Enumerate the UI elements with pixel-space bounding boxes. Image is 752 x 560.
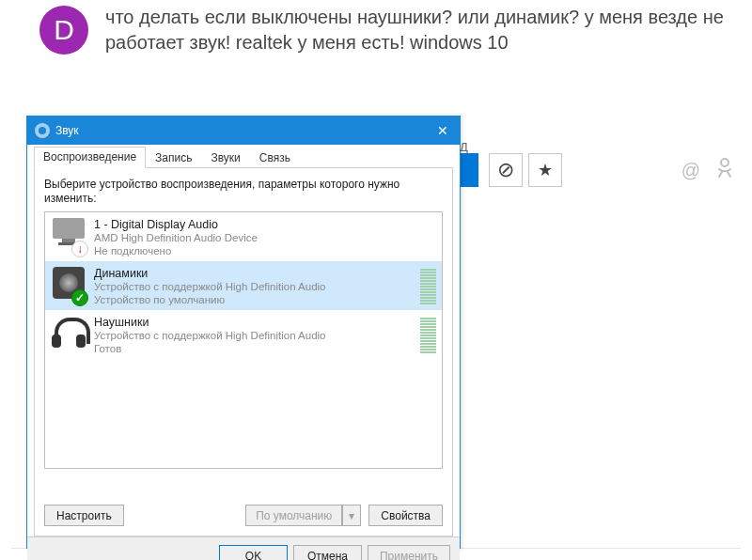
set-default-dropdown[interactable]: По умолчанию ▾ [245, 505, 361, 526]
star-button[interactable]: ★ [528, 153, 562, 187]
tab-communications[interactable]: Связь [250, 148, 300, 168]
sound-dialog: Звук ✕ Воспроизведение Запись Звуки Связ… [26, 116, 461, 549]
apply-button[interactable]: Применить [368, 545, 450, 560]
svg-point-0 [721, 159, 728, 166]
configure-button[interactable]: Настроить [44, 505, 124, 526]
playback-panel: Выберите устройство воспроизведения, пар… [34, 168, 453, 537]
device-item[interactable]: ↓ 1 - Digital Display Audio AMD High Def… [45, 212, 442, 261]
device-item[interactable]: Наушники Устройство с поддержкой High De… [45, 310, 442, 359]
monitor-icon: ↓ [51, 216, 86, 256]
ban-button[interactable]: ⊘ [489, 153, 523, 187]
tab-playback[interactable]: Воспроизведение [34, 147, 146, 168]
instruction-text: Выберите устройство воспроизведения, пар… [44, 178, 443, 206]
tab-sounds[interactable]: Звуки [201, 148, 249, 168]
tab-strip: Воспроизведение Запись Звуки Связь [34, 147, 453, 168]
device-item[interactable]: ✓ Динамики Устройство с поддержкой High … [45, 261, 442, 310]
properties-button[interactable]: Свойства [368, 505, 443, 526]
titlebar[interactable]: Звук ✕ [27, 117, 460, 145]
avatar[interactable]: D [39, 6, 88, 54]
device-list[interactable]: ↓ 1 - Digital Display Audio AMD High Def… [44, 211, 443, 469]
level-meter [420, 267, 436, 304]
device-name: Динамики [94, 267, 420, 280]
tab-recording[interactable]: Запись [146, 148, 201, 168]
device-status: Готов [94, 342, 420, 355]
device-status: Не подключено [94, 244, 436, 257]
dialog-footer: OK Отмена Применить [27, 537, 460, 560]
device-name: 1 - Digital Display Audio [94, 218, 436, 231]
device-driver: AMD High Definition Audio Device [94, 231, 436, 244]
close-button[interactable]: ✕ [426, 117, 460, 145]
device-driver: Устройство с поддержкой High Definition … [94, 329, 420, 342]
check-icon: ✓ [71, 289, 88, 306]
dialog-title: Звук [55, 124, 426, 137]
headphones-icon [51, 314, 86, 353]
partial-blue-button[interactable] [458, 153, 478, 187]
partial-text: Д [460, 140, 468, 154]
device-status: Устройство по умолчанию [94, 293, 420, 306]
level-meter [420, 316, 436, 353]
mention-icon[interactable]: @ [682, 160, 700, 181]
device-driver: Устройство с поддержкой High Definition … [94, 280, 420, 293]
set-default-button[interactable]: По умолчанию [245, 505, 342, 526]
speaker-icon: ✓ [51, 265, 86, 304]
chevron-down-icon[interactable]: ▾ [342, 505, 361, 526]
cancel-button[interactable]: Отмена [293, 545, 362, 560]
ok-social-icon[interactable] [716, 158, 733, 184]
sound-icon [35, 123, 50, 138]
device-name: Наушники [94, 316, 420, 329]
question-text: что делать если выключены наушники? или … [105, 5, 733, 55]
ok-button[interactable]: OK [219, 545, 288, 560]
arrow-down-icon: ↓ [71, 241, 88, 257]
